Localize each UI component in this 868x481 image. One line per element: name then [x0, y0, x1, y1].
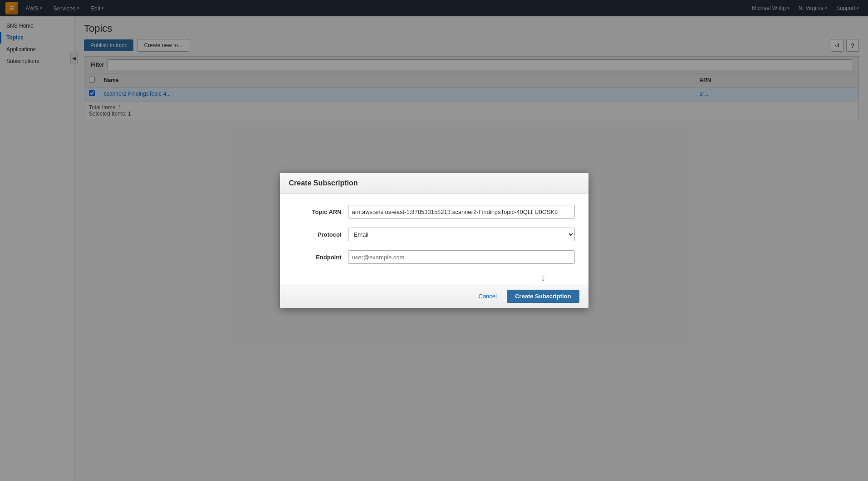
- create-subscription-modal: Create Subscription Topic ARN ➜ Protocol…: [280, 173, 588, 308]
- modal-overlay: Create Subscription Topic ARN ➜ Protocol…: [0, 0, 868, 481]
- topic-arn-label: Topic ARN: [294, 209, 348, 215]
- modal-header: Create Subscription: [280, 173, 588, 194]
- modal-title: Create Subscription: [289, 179, 358, 187]
- protocol-label: Protocol: [294, 231, 348, 238]
- endpoint-row: ➜ Endpoint: [294, 250, 575, 264]
- endpoint-label: Endpoint: [294, 254, 348, 261]
- topic-arn-row: Topic ARN: [294, 205, 575, 219]
- modal-footer: Cancel ↓ Create Subscription: [280, 284, 588, 308]
- modal-body: Topic ARN ➜ Protocol HTTP HTTPS Email Em…: [280, 194, 588, 284]
- create-subscription-wrapper: ↓ Create Subscription: [507, 290, 579, 303]
- endpoint-input[interactable]: [348, 250, 575, 264]
- create-subscription-button[interactable]: Create Subscription: [507, 290, 579, 303]
- topic-arn-input[interactable]: [348, 205, 575, 219]
- protocol-select[interactable]: HTTP HTTPS Email Email-JSON Amazon SQS A…: [348, 228, 575, 241]
- protocol-row: ➜ Protocol HTTP HTTPS Email Email-JSON A…: [294, 228, 575, 241]
- cancel-button[interactable]: Cancel: [473, 290, 502, 302]
